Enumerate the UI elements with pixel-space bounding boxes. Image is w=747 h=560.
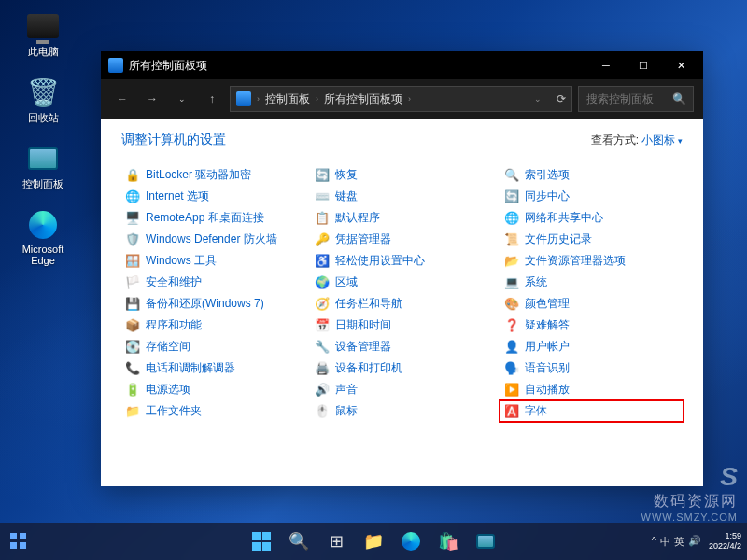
control-panel-item[interactable]: 🔄同步中心 (500, 187, 683, 206)
control-panel-item[interactable]: 📞电话和调制解调器 (121, 358, 303, 378)
control-panel-item[interactable]: 🎨颜色管理 (500, 294, 683, 314)
items-grid: 🔒BitLocker 驱动器加密🔄恢复🔍索引选项🌐Internet 选项⌨️键盘… (121, 165, 683, 421)
control-panel-item[interactable]: 🔊声音 (311, 380, 493, 399)
item-label: 日期和时间 (335, 317, 391, 333)
item-icon: 🌍 (315, 275, 330, 290)
control-panel-item[interactable]: 📦程序和功能 (121, 315, 303, 335)
item-label: 工作文件夹 (146, 403, 202, 419)
clock[interactable]: 1:59 2022/4/2 (709, 531, 741, 552)
search-button[interactable]: 🔍 (282, 525, 316, 558)
control-panel-item[interactable]: 🔍索引选项 (500, 165, 683, 185)
control-panel-item[interactable]: 📁工作文件夹 (121, 401, 303, 421)
widgets-button[interactable] (6, 528, 32, 554)
recent-dropdown[interactable]: ⌄ (170, 87, 194, 111)
control-panel-item[interactable]: 📂文件资源管理器选项 (500, 251, 683, 271)
start-button[interactable] (245, 525, 278, 558)
ime-indicator-lang[interactable]: 英 (674, 535, 684, 549)
up-button[interactable]: ↑ (200, 87, 224, 111)
control-panel-item[interactable]: 📜文件历史记录 (500, 230, 683, 249)
control-panel-item[interactable]: 📅日期和时间 (311, 315, 493, 335)
control-panel-item[interactable]: ❓疑难解答 (500, 315, 683, 335)
forward-button[interactable]: → (140, 87, 164, 111)
refresh-icon[interactable]: ⟳ (557, 92, 566, 105)
item-label: 电话和调制解调器 (146, 360, 235, 376)
control-panel-item[interactable]: 🔒BitLocker 驱动器加密 (121, 165, 303, 185)
control-panel-item[interactable]: 🌐网络和共享中心 (500, 208, 683, 228)
folder-icon: 📁 (363, 531, 384, 552)
control-panel-item[interactable]: ⌨️键盘 (311, 187, 493, 206)
item-label: 凭据管理器 (335, 231, 391, 247)
chevron-right-icon: › (316, 94, 318, 104)
content-area: 调整计算机的设置 查看方式: 小图标 🔒BitLocker 驱动器加密🔄恢复🔍索… (101, 119, 703, 486)
control-panel-item[interactable]: 📋默认程序 (311, 208, 493, 228)
item-label: 存储空间 (146, 339, 190, 355)
control-panel-icon (28, 147, 58, 170)
search-icon[interactable]: 🔍 (672, 92, 686, 105)
svg-rect-1 (20, 533, 26, 539)
control-panel-item[interactable]: 🖱️鼠标 (311, 401, 493, 421)
edge-icon (29, 211, 57, 239)
item-label: 颜色管理 (525, 296, 570, 312)
control-panel-taskbar[interactable] (469, 525, 502, 558)
control-panel-item[interactable]: 🅰️字体 (500, 401, 683, 421)
control-panel-item[interactable]: 👤用户帐户 (500, 337, 683, 357)
control-panel-item[interactable]: 💻系统 (500, 273, 683, 292)
time: 1:59 (709, 531, 741, 541)
maximize-button[interactable]: ☐ (625, 51, 662, 79)
control-panel-item[interactable]: 🔧设备管理器 (311, 337, 493, 357)
svg-rect-3 (20, 542, 26, 549)
edge-button[interactable] (394, 525, 428, 558)
item-icon: 🔒 (125, 168, 140, 183)
control-panel-item[interactable]: 🔑凭据管理器 (311, 230, 493, 249)
item-icon: 🔧 (315, 340, 330, 355)
ime-indicator-full[interactable]: 中 (660, 535, 670, 549)
back-button[interactable]: ← (110, 87, 134, 111)
item-icon: 🔄 (315, 168, 330, 183)
item-label: 声音 (335, 382, 358, 398)
control-panel-item[interactable]: ▶️自动播放 (500, 380, 683, 399)
control-panel-item[interactable]: 🔋电源选项 (121, 380, 303, 399)
item-label: 疑难解答 (525, 317, 570, 333)
tray-caret[interactable]: ^ (652, 535, 656, 549)
desktop-icon-recycle-bin[interactable]: 🗑️ 回收站 (17, 76, 69, 125)
viewby-dropdown[interactable]: 小图标 (641, 133, 683, 147)
chevron-down-icon[interactable]: ⌄ (534, 94, 542, 104)
control-panel-item[interactable]: 🌐Internet 选项 (121, 187, 303, 206)
address-bar[interactable]: › 控制面板 › 所有控制面板项 › ⌄ ⟳ (230, 86, 572, 112)
control-panel-item[interactable]: 🔄恢复 (311, 165, 493, 185)
item-label: 网络和共享中心 (525, 210, 603, 226)
desktop-icon-control-panel[interactable]: 控制面板 (17, 142, 69, 191)
control-panel-item[interactable]: 🪟Windows 工具 (121, 251, 303, 271)
control-panel-item[interactable]: 🗣️语音识别 (500, 358, 683, 378)
store-button[interactable]: 🛍️ (431, 525, 465, 558)
minimize-button[interactable]: ─ (587, 51, 625, 79)
control-panel-item[interactable]: 💾备份和还原(Windows 7) (121, 294, 303, 314)
item-icon: 📅 (315, 318, 330, 333)
item-label: 程序和功能 (146, 317, 202, 333)
breadcrumb-current[interactable]: 所有控制面板项 (324, 91, 402, 107)
control-panel-item[interactable]: 💽存储空间 (121, 337, 303, 357)
watermark-sub: WWW.SMZY.COM (641, 511, 738, 523)
breadcrumb-root[interactable]: 控制面板 (265, 91, 310, 107)
control-panel-icon (236, 91, 251, 106)
item-label: 设备管理器 (335, 339, 391, 355)
control-panel-item[interactable]: 🧭任务栏和导航 (311, 294, 493, 314)
desktop-icon-edge[interactable]: Microsoft Edge (17, 208, 69, 266)
search-input[interactable] (586, 92, 667, 105)
desktop-icon-this-pc[interactable]: 此电脑 (17, 9, 69, 59)
control-panel-item[interactable]: 🖥️RemoteApp 和桌面连接 (121, 208, 303, 228)
control-panel-item[interactable]: 🌍区域 (311, 273, 493, 292)
volume-icon[interactable]: 🔊 (688, 535, 701, 549)
close-button[interactable]: ✕ (662, 51, 699, 79)
search-bar[interactable]: 🔍 (578, 86, 694, 112)
explorer-button[interactable]: 📁 (357, 525, 390, 558)
control-panel-item[interactable]: 🛡️Windows Defender 防火墙 (121, 230, 303, 249)
control-panel-item[interactable]: 🖨️设备和打印机 (311, 358, 493, 378)
item-icon: 🌐 (504, 211, 519, 226)
control-panel-item[interactable]: 🏳️安全和维护 (121, 273, 303, 292)
widgets-icon (10, 533, 27, 550)
control-panel-item[interactable]: ♿轻松使用设置中心 (311, 251, 493, 271)
task-view-button[interactable]: ⊞ (319, 525, 353, 558)
windows-icon (252, 532, 271, 551)
item-label: 恢复 (335, 167, 358, 183)
